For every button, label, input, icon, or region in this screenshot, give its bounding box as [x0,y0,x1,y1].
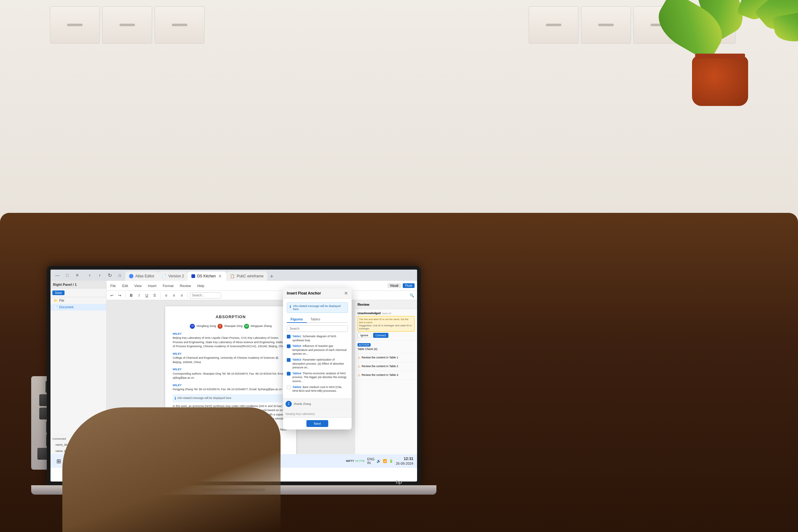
sidebar-label-document: Document [59,305,74,309]
system-clock: 12:31 26-08-2024 [396,457,413,466]
forward-button[interactable]: › [95,271,104,280]
warning-icon-2: ⚠ [358,365,360,368]
connect-button[interactable]: Connect [373,333,389,338]
menu-format[interactable]: Format [162,283,175,288]
drawer-4 [529,6,578,44]
dialog-search-input[interactable] [287,325,348,332]
tab-tables[interactable]: Tables [307,316,324,323]
next-button[interactable]: Next [306,420,328,427]
save-button[interactable]: Save [52,290,64,295]
sidebar-label-file: File [59,299,64,302]
wifi-icon[interactable]: 📶 [383,459,387,463]
clock-date: 26-08-2024 [396,461,413,466]
search-icon[interactable]: 🔍 [408,292,415,299]
ignore-button[interactable]: Ignore [358,333,371,338]
affiliation-block-3: WILEY Corresponding authors: Shaoqian Di… [173,367,289,380]
dialog-info-text: Info-related message will be displayed h… [293,304,345,311]
back-button[interactable]: ‹ [86,271,94,280]
figure-item-5: Table5: Bare medium cost in NH3 (Cite, N… [287,385,348,393]
sidebar-item-document[interactable]: 📄 Document [51,304,106,310]
connected-label: Connected [52,437,66,440]
plant [692,25,748,106]
info-icon: ℹ [174,396,176,401]
warning-icon-1: ⚠ [358,356,360,359]
redo-button[interactable]: ↪ [116,292,123,299]
figure-text-4: Table4: Thermo-economic analysis of NH3 … [292,372,348,383]
maximize-button[interactable]: □ [63,271,72,280]
align-left-button[interactable]: ≡ [163,292,170,299]
volume-icon[interactable]: 🔊 [377,459,381,463]
dialog-tabs: Figures Tables [287,316,348,323]
menu-edit[interactable]: Edit [121,283,129,288]
affiliation-text-3: Corresponding authors: Shaoqian Ding Tel… [173,372,289,380]
search-input[interactable] [190,292,221,299]
menu-view[interactable]: View [133,283,143,288]
float-button[interactable]: Float [403,283,415,288]
affil-num-1: WILEY [173,332,182,335]
author-row: H Hongfang Song S Shaoqian Ding M Mingqu… [173,324,289,329]
figure-check-1[interactable] [287,335,290,339]
tab-dskitchen[interactable]: DS Kitchen ✕ [188,271,226,281]
figure-label-2: Table2 [292,344,301,347]
inline-comment-banner: ℹ Info-related message will be displayed… [173,394,289,402]
refresh-button[interactable]: ↻ [106,271,114,280]
suggestion-text: Suggestion: Link ID is in/integer and La… [359,324,412,330]
home-icon: ⌂ [118,272,121,278]
italic-button[interactable]: I [136,292,142,299]
tab-version[interactable]: 📄 Version 2 [158,271,188,281]
toolbar-separator-2 [160,293,160,298]
visual-button[interactable]: Visual [387,283,401,288]
chat-message-2: Nanjing Key Laboratory [286,412,315,415]
figure-check-3[interactable] [287,358,290,362]
figure-label-4: Table4 [292,372,301,375]
dialog-info-banner: ℹ Info-related message will be displayed… [287,302,348,313]
add-tab-icon: + [270,273,273,280]
figure-item-3: Table3: Parameter optimization of absorp… [287,358,348,369]
minimize-button[interactable]: — [53,271,62,280]
dialog-close-icon[interactable]: ✕ [344,291,348,296]
affil-num-4: WILEY [173,384,182,387]
review-item-check-1: ⚠ Review the content in Table 1 [355,354,417,362]
figure-check-5-unchecked[interactable] [287,385,290,389]
tab-pubwireframe[interactable]: 📋 PubC wireframe [226,271,267,281]
underline-button[interactable]: U [144,292,150,299]
menu-insert[interactable]: Insert [147,283,158,288]
tab-close-dskitchen[interactable]: ✕ [217,274,223,279]
figure-item-2: Table2: Influence of reaction gas temper… [287,344,348,356]
sidebar-item-file[interactable]: 📁 File [51,297,106,304]
window-controls: — □ ✕ [53,271,82,280]
figure-label-1: Table1 [292,335,301,338]
align-right-button[interactable]: ≡ [178,292,185,299]
bold-button[interactable]: B [128,292,135,299]
tab-atlas[interactable]: Atlas Editor [125,271,158,281]
review-item-id: Issue #2 [382,312,391,315]
windows-icon: ⊞ [56,458,61,465]
review-check-text-3: Review the content in Table 4 [362,373,398,377]
affiliation-block-4: WILEY Fengying Zhang Tel: 86-10-62536574… [173,383,289,392]
system-tray: ENG IN 🔊 📶 🔋 [367,457,393,465]
undo-button[interactable]: ↩ [109,292,115,299]
figure-text-1: Table1: Schematic diagram of NH3 synthes… [292,335,348,342]
strikethrough-button[interactable]: S [151,292,158,299]
affiliation-text-4: Fengying Zhang Tel: 86-10-62536574; Fax:… [173,387,289,392]
figure-check-4[interactable] [287,372,290,376]
align-center-button[interactable]: ≡ [171,292,177,299]
tab-label-atlas: Atlas Editor [135,274,154,278]
close-button[interactable]: ✕ [73,271,82,280]
menu-help[interactable]: Help [196,283,206,288]
drawer-3 [155,6,205,44]
review-check-text-2: Review the content in Table 2 [362,365,398,368]
tab-figures[interactable]: Figures [287,316,307,323]
tab-icon-dskitchen [191,274,195,278]
add-tab-button[interactable]: + [267,272,276,281]
author-name-3: Mingquan Zhang [251,324,272,328]
menu-file[interactable]: File [109,283,117,288]
figure-check-2[interactable] [287,344,290,348]
home-button[interactable]: ⌂ [115,271,124,280]
battery-icon[interactable]: 🔋 [389,459,393,463]
affiliation-block-1: WILEY Beijing Key Laboratory of Ionic Li… [173,331,289,349]
author-name-2: Shaoqian Ding [224,324,243,328]
affil-num-2: WILEY [173,352,182,355]
menu-review[interactable]: Review [178,283,192,288]
dialog-titlebar: Insert Float Anchor ✕ [283,288,352,299]
